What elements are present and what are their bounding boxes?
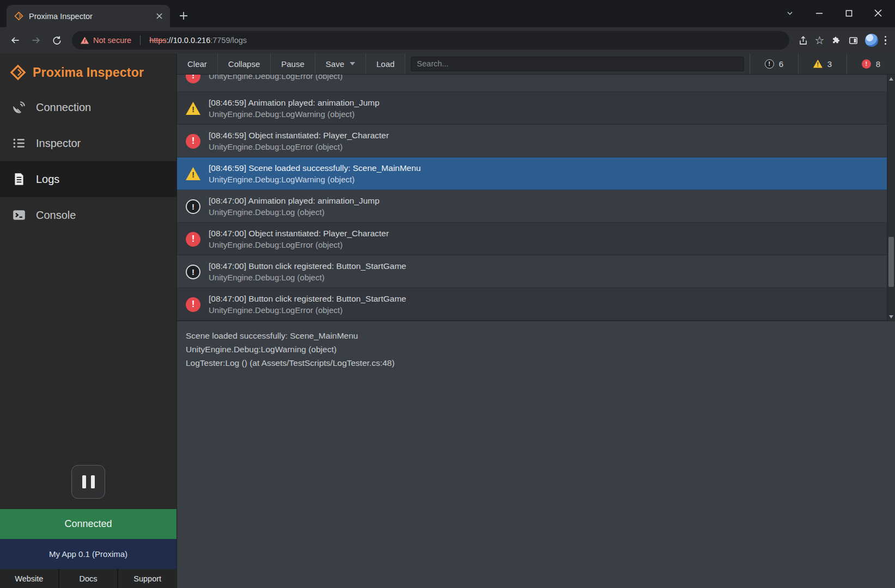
not-secure-warning-icon: !: [81, 37, 89, 44]
load-button-label: Load: [376, 59, 394, 69]
save-button-label: Save: [326, 59, 344, 69]
logs-toolbar: Clear Collapse Pause Save Load ! 6 ! 3 !…: [177, 53, 895, 75]
search-input[interactable]: [411, 57, 744, 71]
back-button[interactable]: [5, 30, 25, 50]
collapse-button-label: Collapse: [228, 59, 260, 69]
log-message: [08:47:00] Animation played: animation_J…: [209, 195, 380, 206]
document-icon: [12, 172, 26, 186]
window-close-button[interactable]: [863, 1, 893, 25]
log-source: UnityEngine.Debug:LogWarning (object): [209, 174, 421, 185]
connection-status-badge: Connected: [0, 509, 176, 539]
tab-search-chevron-icon[interactable]: [775, 1, 805, 25]
tab-strip: Proxima Inspector: [0, 0, 895, 27]
log-message: [08:46:59] Object instantiated: Player_C…: [209, 130, 389, 141]
info-count-filter[interactable]: ! 6: [750, 53, 798, 74]
satellite-icon: [12, 100, 26, 114]
log-row[interactable]: ![08:47:00] Animation played: animation_…: [177, 190, 887, 223]
collapse-button[interactable]: Collapse: [218, 53, 271, 74]
error-icon: !: [186, 75, 200, 83]
tab-title: Proxima Inspector: [29, 12, 148, 21]
detail-line: LogTester:Log () (at Assets/TestScripts/…: [186, 356, 886, 370]
log-message: [08:46:59] Scene loaded successfully: Sc…: [209, 162, 421, 174]
log-source: UnityEngine.Debug:Log (object): [209, 272, 406, 283]
log-row[interactable]: ![08:47:00] Button click registered: But…: [177, 255, 887, 288]
info-icon: !: [186, 199, 200, 214]
browser-tab[interactable]: Proxima Inspector: [7, 5, 170, 27]
sidebar-item-connection[interactable]: Connection: [0, 89, 176, 125]
url-text: https://10.0.0.216:7759/logs: [149, 36, 247, 45]
info-count: 6: [779, 59, 783, 69]
sidebar-item-label: Logs: [36, 173, 59, 186]
extensions-puzzle-icon[interactable]: [831, 35, 842, 46]
scrollbar-thumb[interactable]: [888, 237, 894, 287]
log-row[interactable]: ![08:46:59] Object instantiated: Player_…: [177, 125, 887, 157]
log-row[interactable]: ![08:47:00] Object instantiated: Player_…: [177, 223, 887, 255]
sidebar: Proxima Inspector Connection: [0, 53, 177, 588]
terminal-icon: [12, 208, 26, 222]
proxima-favicon-icon: [14, 11, 23, 21]
sidebar-item-inspector[interactable]: Inspector: [0, 125, 176, 161]
log-row[interactable]: ![08:46:59] Animation played: animation_…: [177, 92, 887, 125]
error-count-filter[interactable]: ! 8: [847, 53, 895, 74]
log-message: [08:46:59] Animation played: animation_J…: [209, 97, 380, 108]
error-icon: !: [186, 232, 200, 247]
forward-button[interactable]: [26, 30, 46, 50]
search-container: [405, 53, 750, 74]
security-label: Not secure: [93, 36, 131, 45]
new-tab-button[interactable]: [175, 8, 192, 24]
sidebar-nav: Connection Inspector: [0, 89, 176, 233]
log-detail: Scene loaded successfully: Scene_MainMen…: [177, 321, 895, 588]
scroll-up-icon[interactable]: [887, 75, 895, 83]
logs-panel: Clear Collapse Pause Save Load ! 6 ! 3 !…: [177, 53, 895, 588]
save-dropdown-caret-icon[interactable]: [350, 62, 355, 65]
log-row[interactable]: ![08:46:59] Scene loaded successfully: S…: [177, 157, 887, 190]
url-separator: ://: [167, 36, 173, 45]
log-source: UnityEngine.Debug:LogError (object): [209, 141, 389, 152]
log-source: UnityEngine.Debug:LogError (object): [209, 304, 406, 316]
log-source: UnityEngine.Debug:LogWarning (object): [209, 108, 380, 120]
address-bar-actions: ☆: [795, 34, 890, 47]
error-icon: !: [862, 59, 871, 69]
support-link[interactable]: Support: [118, 569, 176, 588]
detail-line: UnityEngine.Debug:LogWarning (object): [186, 342, 886, 356]
log-list: !UnityEngine.Debug:LogError (object)![08…: [177, 75, 887, 321]
log-area: !UnityEngine.Debug:LogError (object)![08…: [177, 75, 895, 321]
address-bar: ! Not secure https://10.0.0.216:7759/log…: [0, 27, 895, 53]
url-path: :7759/logs: [210, 36, 247, 45]
load-button[interactable]: Load: [366, 53, 405, 74]
log-scrollbar[interactable]: [887, 75, 895, 321]
sidebar-item-logs[interactable]: Logs: [0, 161, 176, 197]
clear-button[interactable]: Clear: [177, 53, 218, 74]
scroll-down-icon[interactable]: [887, 313, 895, 321]
log-row[interactable]: ![08:47:00] Button click registered: But…: [177, 288, 887, 321]
tab-close-icon[interactable]: [154, 11, 165, 22]
pause-button-label: Pause: [281, 59, 305, 69]
sidebar-item-label: Console: [36, 209, 76, 222]
save-button[interactable]: Save: [315, 53, 366, 74]
sidebar-item-label: Connection: [36, 101, 91, 114]
side-panel-icon[interactable]: [848, 35, 859, 46]
detail-line: Scene loaded successfully: Scene_MainMen…: [186, 329, 886, 342]
window-minimize-button[interactable]: [805, 1, 834, 25]
warning-count-filter[interactable]: ! 3: [798, 53, 847, 74]
warning-count: 3: [827, 59, 832, 69]
url-omnibox[interactable]: ! Not secure https://10.0.0.216:7759/log…: [72, 31, 789, 50]
reload-button[interactable]: [47, 30, 66, 50]
app-info-bar: My App 0.1 (Proxima): [0, 539, 176, 569]
error-count: 8: [876, 59, 880, 69]
docs-link[interactable]: Docs: [59, 569, 118, 588]
window-controls: [775, 1, 893, 25]
browser-menu-icon[interactable]: [885, 36, 887, 45]
pause-stream-button[interactable]: [71, 465, 105, 499]
share-icon[interactable]: [798, 35, 808, 46]
info-icon: !: [765, 59, 774, 69]
profile-avatar[interactable]: [865, 34, 878, 47]
website-link[interactable]: Website: [0, 569, 58, 588]
app-logo: Proxima Inspector: [0, 53, 176, 89]
window-maximize-button[interactable]: [834, 1, 863, 25]
bookmark-star-icon[interactable]: ☆: [815, 35, 825, 46]
sidebar-item-console[interactable]: Console: [0, 197, 176, 233]
proxima-diamond-icon: [10, 64, 26, 81]
pause-button[interactable]: Pause: [271, 53, 315, 74]
log-row[interactable]: !UnityEngine.Debug:LogError (object): [177, 75, 887, 92]
